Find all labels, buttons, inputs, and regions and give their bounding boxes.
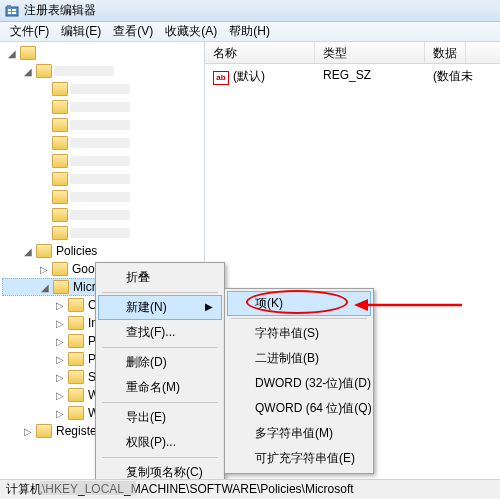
svg-rect-3	[8, 12, 11, 14]
folder-icon	[68, 298, 84, 312]
tree-item-label[interactable]	[70, 192, 130, 202]
menu-item-key[interactable]: 项(K)	[227, 291, 371, 316]
menu-separator	[102, 292, 218, 293]
menu-view[interactable]: 查看(V)	[107, 23, 159, 40]
menu-item-collapse[interactable]: 折叠	[98, 265, 222, 290]
watermark-blur	[40, 481, 136, 495]
tree-item-label[interactable]	[70, 156, 130, 166]
list-header: 名称 类型 数据	[205, 42, 500, 64]
menu-item-dword[interactable]: DWORD (32-位)值(D)	[227, 371, 371, 396]
menu-item-multistring[interactable]: 多字符串值(M)	[227, 421, 371, 446]
expand-icon[interactable]: ▷	[38, 264, 50, 275]
folder-icon	[36, 244, 52, 258]
folder-icon	[68, 334, 84, 348]
svg-rect-5	[12, 12, 16, 14]
folder-icon	[68, 370, 84, 384]
expand-icon[interactable]: ◢	[39, 282, 51, 293]
menu-file[interactable]: 文件(F)	[4, 23, 55, 40]
tree-item-label[interactable]	[70, 102, 130, 112]
folder-icon	[36, 424, 52, 438]
window-title: 注册表编辑器	[24, 2, 96, 19]
menu-help[interactable]: 帮助(H)	[223, 23, 276, 40]
submenu-arrow-icon: ▶	[205, 301, 213, 312]
menu-item-qword[interactable]: QWORD (64 位)值(Q)	[227, 396, 371, 421]
value-name: (默认)	[233, 69, 265, 83]
folder-icon	[52, 262, 68, 276]
expand-icon[interactable]: ▷	[22, 426, 34, 437]
menu-item-delete[interactable]: 删除(D)	[98, 350, 222, 375]
folder-icon	[68, 388, 84, 402]
menu-item-binary[interactable]: 二进制值(B)	[227, 346, 371, 371]
expand-icon[interactable]: ◢	[6, 48, 18, 59]
folder-icon	[20, 46, 36, 60]
menu-favorites[interactable]: 收藏夹(A)	[159, 23, 223, 40]
tree-item-label[interactable]	[70, 210, 130, 220]
menu-edit[interactable]: 编辑(E)	[55, 23, 107, 40]
tree-item-label[interactable]	[70, 138, 130, 148]
string-value-icon: ab	[213, 71, 229, 85]
menu-item-expandstring[interactable]: 可扩充字符串值(E)	[227, 446, 371, 471]
menu-separator	[231, 318, 367, 319]
svg-rect-2	[8, 9, 11, 11]
svg-rect-1	[7, 5, 11, 8]
menu-separator	[102, 402, 218, 403]
context-menu: 折叠 新建(N)▶ 查找(F)... 删除(D) 重命名(M) 导出(E) 权限…	[95, 262, 225, 488]
folder-icon	[68, 316, 84, 330]
tree-item-label[interactable]	[70, 228, 130, 238]
svg-rect-0	[6, 7, 18, 16]
column-data[interactable]: 数据	[425, 42, 466, 63]
tree-item-label[interactable]	[70, 120, 130, 130]
list-row[interactable]: ab(默认) REG_SZ (数值未	[205, 64, 500, 89]
menu-item-rename[interactable]: 重命名(M)	[98, 375, 222, 400]
tree-item-policies[interactable]: Policies	[54, 244, 97, 258]
menu-item-export[interactable]: 导出(E)	[98, 405, 222, 430]
tree-item-registered[interactable]: Register	[54, 424, 101, 438]
column-name[interactable]: 名称	[205, 42, 315, 63]
value-type: REG_SZ	[315, 66, 425, 87]
menu-separator	[102, 347, 218, 348]
value-data: (数值未	[425, 66, 481, 87]
menu-item-new[interactable]: 新建(N)▶	[98, 295, 222, 320]
tree-item-label[interactable]	[38, 46, 43, 60]
svg-rect-4	[12, 9, 16, 11]
menu-item-permissions[interactable]: 权限(P)...	[98, 430, 222, 455]
menu-separator	[102, 457, 218, 458]
tree-item-label[interactable]	[70, 84, 130, 94]
menu-item-string[interactable]: 字符串值(S)	[227, 321, 371, 346]
tree-item-label[interactable]	[54, 66, 114, 76]
folder-icon	[68, 406, 84, 420]
folder-icon	[68, 352, 84, 366]
submenu-new: 项(K) 字符串值(S) 二进制值(B) DWORD (32-位)值(D) QW…	[224, 288, 374, 474]
menu-item-find[interactable]: 查找(F)...	[98, 320, 222, 345]
column-type[interactable]: 类型	[315, 42, 425, 63]
app-icon	[4, 3, 20, 19]
expand-icon[interactable]: ◢	[22, 246, 34, 257]
tree-item-label[interactable]	[70, 174, 130, 184]
folder-icon	[53, 280, 69, 294]
menu-bar: 文件(F) 编辑(E) 查看(V) 收藏夹(A) 帮助(H)	[0, 22, 500, 42]
title-bar: 注册表编辑器	[0, 0, 500, 22]
